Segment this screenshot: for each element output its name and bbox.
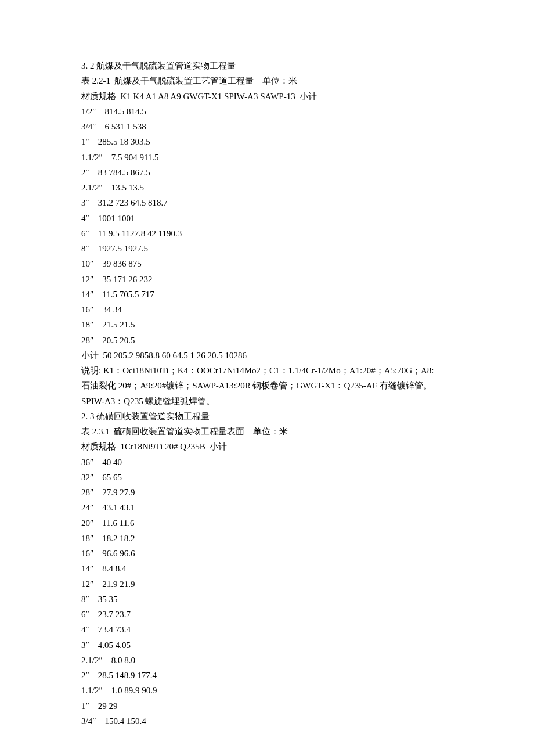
table-note-line: 说明: K1：Oci18Ni10Ti；K4：OOCr17Ni14Mo2；C1：1… xyxy=(81,363,453,378)
table-row: 6″ 23.7 23.7 xyxy=(81,607,453,622)
table-row: 2″ 28.5 148.9 177.4 xyxy=(81,668,453,683)
table-row: 1.1/2″ 1.0 89.9 90.9 xyxy=(81,683,453,698)
table-row: 10″ 39 836 875 xyxy=(81,256,453,271)
table-row: 18″ 21.5 21.5 xyxy=(81,317,453,332)
table-row: 18″ 18.2 18.2 xyxy=(81,531,453,546)
section-heading-2-3: 2. 3 硫磺回收装置管道实物工程量 xyxy=(81,409,453,424)
table-row: 32″ 65 65 xyxy=(81,470,453,485)
document-body: 3. 2 航煤及干气脱硫装置管道实物工程量 表 2.2-1 航煤及干气脱硫装置工… xyxy=(81,58,453,729)
table-row: 1″ 29 29 xyxy=(81,699,453,714)
table-row: 8″ 1927.5 1927.5 xyxy=(81,241,453,256)
section-heading-2-2: 3. 2 航煤及干气脱硫装置管道实物工程量 xyxy=(81,58,453,73)
table-row: 12″ 21.9 21.9 xyxy=(81,577,453,592)
table-row: 2.1/2″ 8.0 8.0 xyxy=(81,653,453,668)
table-row: 2″ 83 784.5 867.5 xyxy=(81,165,453,180)
table-row: 14″ 8.4 8.4 xyxy=(81,561,453,576)
table-subtotal-2-2-1: 小计 50 205.2 9858.8 60 64.5 1 26 20.5 102… xyxy=(81,348,453,363)
table-row: 14″ 11.5 705.5 717 xyxy=(81,287,453,302)
table-note-line: SPIW-A3：Q235 螺旋缝埋弧焊管。 xyxy=(81,394,453,409)
table-row: 1.1/2″ 7.5 904 911.5 xyxy=(81,150,453,165)
table-row: 3″ 31.2 723 64.5 818.7 xyxy=(81,195,453,210)
table-row: 28″ 20.5 20.5 xyxy=(81,333,453,348)
table-header-2-3-1: 材质规格 1Cr18Ni9Ti 20# Q235B 小计 xyxy=(81,439,453,454)
table-row: 2.1/2″ 13.5 13.5 xyxy=(81,180,453,195)
table-caption-2-2-1: 表 2.2-1 航煤及干气脱硫装置工艺管道工程量 单位：米 xyxy=(81,73,453,88)
table-row: 6″ 11 9.5 1127.8 42 1190.3 xyxy=(81,226,453,241)
table-header-2-2-1: 材质规格 K1 K4 A1 A8 A9 GWGT-X1 SPIW-A3 SAWP… xyxy=(81,89,453,104)
table-row: 12″ 35 171 26 232 xyxy=(81,272,453,287)
table-row: 16″ 96.6 96.6 xyxy=(81,546,453,561)
table-row: 36″ 40 40 xyxy=(81,455,453,470)
table-row: 4″ 73.4 73.4 xyxy=(81,622,453,637)
table-row: 3/4″ 6 531 1 538 xyxy=(81,119,453,134)
table-row: 16″ 34 34 xyxy=(81,302,453,317)
table-row: 8″ 35 35 xyxy=(81,592,453,607)
table-row: 1/2″ 814.5 814.5 xyxy=(81,104,453,119)
table-row: 3/4″ 150.4 150.4 xyxy=(81,714,453,729)
table-caption-2-3-1: 表 2.3.1 硫磺回收装置管道实物工程量表面 单位：米 xyxy=(81,424,453,439)
table-row: 28″ 27.9 27.9 xyxy=(81,485,453,500)
table-note-line: 石油裂化 20#；A9:20#镀锌；SAWP-A13:20R 钢板卷管；GWGT… xyxy=(81,378,453,393)
table-row: 4″ 1001 1001 xyxy=(81,211,453,226)
table-row: 1″ 285.5 18 303.5 xyxy=(81,134,453,149)
table-row: 3″ 4.05 4.05 xyxy=(81,638,453,653)
table-row: 24″ 43.1 43.1 xyxy=(81,500,453,515)
table-row: 20″ 11.6 11.6 xyxy=(81,516,453,531)
